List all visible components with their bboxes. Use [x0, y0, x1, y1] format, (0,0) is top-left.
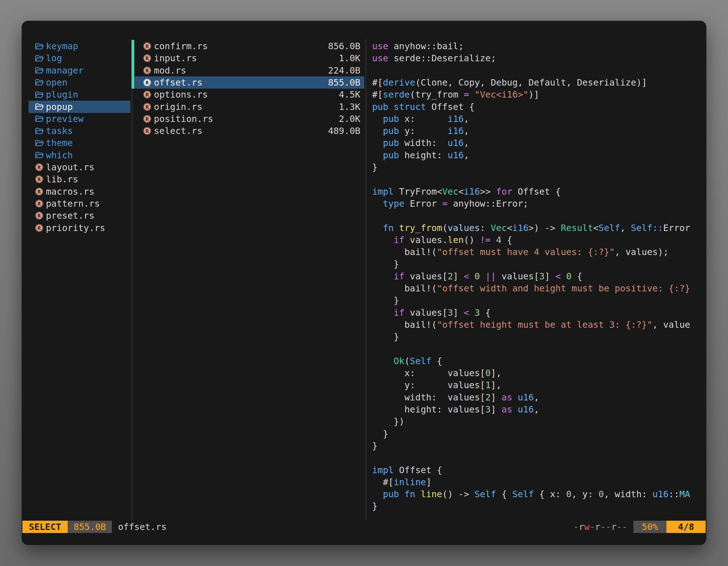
code-line: pub x: i16, [372, 113, 469, 125]
item-label: keymap [46, 40, 78, 52]
svg-text:R: R [146, 55, 149, 61]
sidebar-item-pattern-rs[interactable]: Rpattern.rs [29, 198, 130, 210]
sidebar-item-lib-rs[interactable]: Rlib.rs [29, 173, 130, 186]
svg-text:R: R [146, 92, 149, 98]
file-row-offset-rs[interactable]: Roffset.rs855.0B [135, 76, 364, 89]
mode-badge: SELECT [22, 521, 68, 533]
rust-file-icon: R [35, 224, 44, 233]
svg-text:R: R [146, 104, 149, 110]
item-label: preview [46, 113, 84, 125]
selection-marker [131, 76, 134, 89]
sidebar-item-layout-rs[interactable]: Rlayout.rs [29, 161, 130, 173]
file-row-select-rs[interactable]: Rselect.rs489.0B [135, 125, 364, 137]
preview-pane: use anyhow::bail;use serde::Deserialize;… [372, 21, 706, 541]
rust-file-icon: R [143, 102, 152, 111]
item-label: which [46, 149, 73, 161]
sidebar-item-tasks[interactable]: tasks [29, 125, 130, 137]
sidebar-item-plugin[interactable]: plugin [29, 88, 130, 101]
file-row-mod-rs[interactable]: Rmod.rs224.0B [135, 64, 364, 77]
svg-text:R: R [38, 177, 41, 182]
code-line: y: values[1], [372, 379, 501, 391]
code-line: #[serde(try_from = "Vec<i16>")] [372, 88, 539, 101]
file-row-input-rs[interactable]: Rinput.rs1.0K [135, 52, 364, 64]
item-label: theme [46, 137, 73, 149]
code-line: if values[2] < 0 || values[3] < 0 { [372, 270, 582, 283]
code-line: #[derive(Clone, Copy, Debug, Default, De… [372, 76, 647, 89]
file-row-confirm-rs[interactable]: Rconfirm.rs856.0B [135, 40, 364, 52]
sidebar-item-which[interactable]: which [29, 149, 130, 161]
file-name: offset.rs [154, 76, 202, 89]
file-size: 855.0B [328, 76, 364, 89]
svg-text:R: R [38, 165, 41, 170]
code-line: } [372, 440, 377, 452]
status-filename: offset.rs [118, 521, 166, 533]
folder-open-icon [35, 115, 44, 123]
file-size: 4.5K [339, 88, 364, 101]
svg-text:R: R [38, 201, 41, 206]
sidebar-item-keymap[interactable]: keymap [29, 40, 130, 52]
file-size: 489.0B [328, 125, 364, 137]
code-line: type Error = anyhow::Error; [372, 198, 529, 210]
code-line: } [372, 500, 377, 512]
code-line: bail!("offset height must be at least 3:… [372, 318, 690, 331]
code-line: use anyhow::bail; [372, 40, 464, 52]
rust-file-icon: R [35, 199, 44, 208]
sidebar-item-manager[interactable]: manager [29, 64, 130, 77]
permissions-text: -rw-r--r-- [573, 521, 627, 533]
sidebar-item-preset-rs[interactable]: Rpreset.rs [29, 210, 130, 222]
file-name: confirm.rs [154, 40, 208, 52]
sidebar-item-log[interactable]: log [29, 52, 130, 64]
code-line: } [372, 427, 388, 440]
sidebar-item-preview[interactable]: preview [29, 113, 130, 125]
sidebar-item-open[interactable]: open [29, 76, 130, 89]
file-row-origin-rs[interactable]: Rorigin.rs1.3K [135, 101, 364, 113]
file-size: 1.3K [339, 101, 364, 113]
code-line: pub width: u16, [372, 137, 469, 149]
sidebar-item-theme[interactable]: theme [29, 137, 130, 149]
file-row-position-rs[interactable]: Rposition.rs2.0K [135, 113, 364, 125]
sidebar-item-macros-rs[interactable]: Rmacros.rs [29, 186, 130, 198]
terminal-file-manager-window: keymaplogmanageropenpluginpopuppreviewta… [22, 21, 706, 545]
selection-marker [131, 40, 134, 52]
file-row-options-rs[interactable]: Roptions.rs4.5K [135, 88, 364, 101]
folder-open-icon [35, 127, 44, 135]
item-label: preset.rs [46, 210, 94, 222]
item-label: layout.rs [46, 161, 94, 173]
file-name: mod.rs [154, 64, 186, 77]
folder-open-icon [35, 103, 44, 111]
svg-text:R: R [38, 189, 41, 194]
file-name: options.rs [154, 88, 208, 101]
file-size-badge: 855.0B [68, 521, 112, 533]
file-size: 224.0B [328, 64, 364, 77]
folder-open-icon [35, 91, 44, 99]
code-line: height: values[3] as u16, [372, 403, 539, 415]
code-line: use serde::Deserialize; [372, 52, 496, 64]
code-line: pub height: u16, [372, 149, 469, 161]
svg-text:R: R [38, 213, 41, 219]
svg-text:R: R [146, 43, 149, 49]
item-label: log [46, 52, 62, 64]
file-name: origin.rs [154, 101, 202, 113]
file-size: 856.0B [328, 40, 364, 52]
file-name: select.rs [154, 125, 202, 137]
code-line: }) [372, 415, 405, 427]
rust-file-icon: R [143, 54, 152, 63]
item-label: popup [46, 101, 73, 113]
sidebar-item-popup[interactable]: popup [29, 101, 130, 113]
rust-file-icon: R [143, 114, 152, 123]
item-label: tasks [46, 125, 73, 137]
rust-file-icon: R [143, 90, 152, 99]
code-line: fn try_from(values: Vec<i16>) -> Result<… [372, 222, 690, 234]
rust-file-icon: R [143, 78, 152, 87]
rust-file-icon: R [35, 175, 44, 184]
item-label: open [46, 76, 67, 89]
folder-open-icon [35, 66, 44, 74]
item-label: priority.rs [46, 222, 105, 234]
code-line: } [372, 330, 399, 343]
code-line: if values[3] < 3 { [372, 306, 491, 319]
svg-text:R: R [146, 67, 149, 73]
sidebar-item-priority-rs[interactable]: Rpriority.rs [29, 222, 130, 234]
item-label: manager [46, 64, 84, 77]
code-line: } [372, 294, 399, 306]
folder-open-icon [35, 78, 44, 86]
